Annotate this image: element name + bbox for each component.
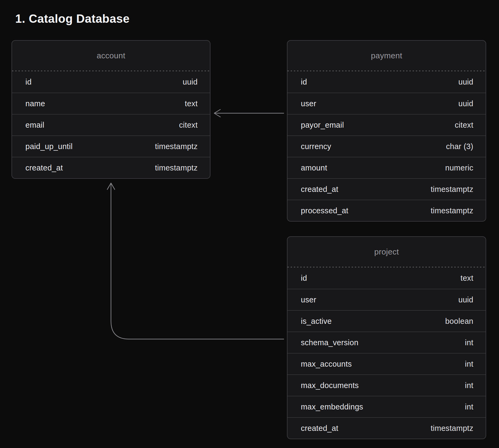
- field-type: timestamptz: [155, 142, 198, 151]
- field-row-id[interactable]: idtext: [287, 267, 486, 289]
- field-type: int: [465, 338, 473, 347]
- field-row-user[interactable]: useruuid: [287, 289, 486, 310]
- table-payment-rows: iduuiduseruuidpayor_emailcitextcurrencyc…: [287, 71, 486, 221]
- field-name: schema_version: [301, 338, 358, 347]
- field-type: text: [460, 274, 473, 283]
- field-row-name[interactable]: nametext: [12, 93, 210, 114]
- field-type: int: [465, 381, 473, 390]
- field-type: boolean: [445, 317, 473, 326]
- field-type: uuid: [458, 78, 473, 86]
- field-type: timestamptz: [431, 424, 473, 433]
- field-row-max_accounts[interactable]: max_accountsint: [287, 353, 486, 374]
- field-name: user: [301, 99, 316, 108]
- table-payment[interactable]: payment iduuiduseruuidpayor_emailcitextc…: [287, 40, 486, 222]
- field-type: timestamptz: [431, 206, 473, 215]
- field-name: created_at: [301, 185, 338, 194]
- field-row-amount[interactable]: amountnumeric: [287, 157, 486, 178]
- table-project-rows: idtextuseruuidis_activebooleanschema_ver…: [287, 267, 486, 439]
- field-type: citext: [179, 121, 198, 130]
- field-row-payor_email[interactable]: payor_emailcitext: [287, 114, 486, 135]
- table-account-rows: iduuidnametextemailcitextpaid_up_untilti…: [12, 71, 210, 178]
- relationship-project-to-account-line: [111, 183, 284, 339]
- field-type: int: [465, 360, 473, 369]
- field-type: uuid: [183, 78, 198, 86]
- field-name: created_at: [25, 164, 63, 172]
- field-name: max_accounts: [301, 360, 352, 369]
- field-row-max_embeddings[interactable]: max_embeddingsint: [287, 396, 486, 417]
- field-type: timestamptz: [155, 164, 198, 172]
- field-row-processed_at[interactable]: processed_attimestamptz: [287, 200, 486, 221]
- field-name: amount: [301, 164, 327, 172]
- field-name: paid_up_until: [25, 142, 72, 151]
- field-name: name: [25, 99, 45, 108]
- field-row-currency[interactable]: currencychar (3): [287, 135, 486, 157]
- field-name: user: [301, 295, 316, 304]
- field-row-paid_up_until[interactable]: paid_up_untiltimestamptz: [12, 135, 210, 157]
- field-type: int: [465, 403, 473, 411]
- page-title: 1. Catalog Database: [15, 12, 130, 26]
- field-name: payor_email: [301, 121, 344, 130]
- arrow-head-left-icon: [214, 109, 220, 117]
- field-name: is_active: [301, 317, 332, 326]
- table-project-header[interactable]: project: [287, 237, 486, 267]
- field-type: numeric: [445, 164, 473, 172]
- table-project[interactable]: project idtextuseruuidis_activebooleansc…: [287, 236, 486, 439]
- table-project-title: project: [374, 247, 399, 256]
- table-account-title: account: [97, 51, 125, 60]
- field-name: id: [301, 78, 307, 86]
- table-account[interactable]: account iduuidnametextemailcitextpaid_up…: [11, 40, 210, 179]
- field-type: citext: [455, 121, 474, 130]
- field-name: created_at: [301, 424, 338, 433]
- field-row-email[interactable]: emailcitext: [12, 114, 210, 135]
- table-payment-header[interactable]: payment: [287, 41, 486, 71]
- field-type: char (3): [446, 142, 473, 151]
- field-name: max_embeddings: [301, 403, 363, 411]
- table-account-header[interactable]: account: [12, 41, 210, 71]
- field-row-is_active[interactable]: is_activeboolean: [287, 310, 486, 332]
- field-name: currency: [301, 142, 331, 151]
- field-row-max_documents[interactable]: max_documentsint: [287, 374, 486, 396]
- diagram-canvas: 1. Catalog Database account iduuidnamete…: [0, 0, 499, 448]
- field-name: id: [25, 78, 32, 86]
- field-type: uuid: [458, 295, 473, 304]
- field-type: uuid: [458, 99, 473, 108]
- field-row-created_at[interactable]: created_attimestamptz: [287, 417, 486, 439]
- field-name: id: [301, 274, 307, 283]
- arrow-head-up-icon: [107, 183, 115, 189]
- field-name: email: [25, 121, 44, 130]
- field-name: processed_at: [301, 206, 348, 215]
- field-type: text: [185, 99, 198, 108]
- field-row-schema_version[interactable]: schema_versionint: [287, 332, 486, 353]
- field-row-user[interactable]: useruuid: [287, 93, 486, 114]
- field-name: max_documents: [301, 381, 359, 390]
- field-row-created_at[interactable]: created_attimestamptz: [287, 178, 486, 200]
- field-row-id[interactable]: iduuid: [12, 71, 210, 93]
- field-type: timestamptz: [431, 185, 473, 194]
- field-row-id[interactable]: iduuid: [287, 71, 486, 93]
- field-row-created_at[interactable]: created_attimestamptz: [12, 157, 210, 178]
- table-payment-title: payment: [371, 51, 402, 60]
